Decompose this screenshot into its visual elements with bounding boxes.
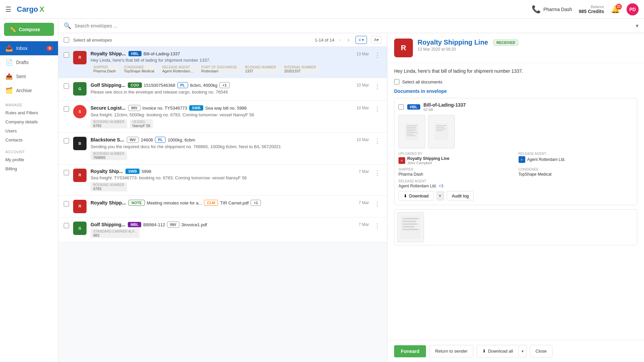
archive-label: Archive: [16, 88, 32, 93]
more-options-button[interactable]: ⋮: [373, 136, 382, 146]
sender-logo: R: [73, 169, 87, 182]
badge-extra: +1: [251, 200, 261, 206]
hamburger-icon[interactable]: ☰: [5, 5, 11, 13]
detail-select-all-label: Select all documents: [402, 79, 442, 84]
sidebar-item-sent[interactable]: 📤 Sent: [0, 69, 58, 83]
email-top: Secure Logist... INV Invoice no. TY53467…: [91, 105, 353, 111]
doc-card-header: HBL Bill-of-Lading-1337 62 kB: [398, 102, 633, 112]
meta-chip: VESSELNansyF 56: [130, 119, 153, 128]
sidebar-item-drafts[interactable]: 📄 Drafts: [0, 55, 58, 69]
sidebar-item-archive[interactable]: 🗂️ Archive: [0, 83, 58, 98]
prev-page-button[interactable]: ‹: [337, 36, 343, 44]
more-options-button[interactable]: ⋮: [373, 104, 382, 114]
download-chevron-button[interactable]: ▾: [436, 191, 444, 200]
download-all-button[interactable]: ⬇ Download all: [477, 345, 519, 357]
sidebar-item-inbox[interactable]: 📥 Inbox 9: [0, 41, 58, 55]
table-row[interactable]: S Secure Logist... INV Invoice no. TY534…: [58, 101, 387, 133]
badge-clm: CLM: [204, 200, 218, 206]
search-expand-icon[interactable]: ▾: [636, 22, 639, 29]
download-icon: ⬇: [404, 193, 407, 198]
table-row[interactable]: R Royalty Shipp... NOTE Meeting minutes …: [58, 196, 387, 218]
compose-button[interactable]: ✏️ Compose: [4, 23, 54, 36]
email-top: Golf Shipping... COO 1515007546368 PL 8c…: [91, 82, 353, 88]
download-row: ⬇ Download ▾ Audit log: [398, 191, 633, 201]
logo-text: Cargo: [17, 5, 38, 14]
sidebar-item-company[interactable]: Company details: [0, 117, 58, 126]
logo-x: X: [40, 5, 45, 14]
table-row[interactable]: G Golf Shipping... MBL BB984-112 INV 3in…: [58, 218, 387, 242]
avatar[interactable]: PD: [627, 3, 639, 15]
sidebar-item-billing[interactable]: Billing: [0, 164, 58, 173]
email-list-header: Select all envelopes 1-14 of 14 ‹ › ≡ ▾ …: [58, 33, 387, 47]
table-row[interactable]: R Royalty Shipp... HBL Bill-of-Lading-13…: [58, 47, 387, 78]
compose-label: Compose: [19, 27, 40, 32]
release-agent-logo: A: [519, 156, 525, 163]
email-meta: STANDARD CARRIER ALP...883: [91, 229, 355, 238]
table-row[interactable]: B Blackstone S... INV 24608 PL 1000kg, 6…: [58, 133, 387, 165]
sender-name: Secure Logist...: [91, 105, 125, 111]
detail-select-all-checkbox[interactable]: [394, 79, 399, 84]
row-checkbox[interactable]: [64, 52, 69, 58]
list-view-button[interactable]: ≡ ▾: [356, 36, 367, 44]
balance-amount: 985 Credits: [579, 9, 604, 14]
phone-icon[interactable]: 📞: [532, 5, 541, 14]
email-date: 7 Mar: [359, 200, 369, 205]
email-meta: SHIPPERPharma Dash CONSIGNEETopShape Med…: [91, 65, 353, 74]
release-agent2-name: Agent Rotterdam Ltd.: [398, 184, 437, 188]
more-options-button[interactable]: ⋮: [373, 221, 382, 231]
doc-badge-hbl: HBL: [407, 104, 420, 110]
next-page-button[interactable]: ›: [345, 36, 351, 44]
balance-block: Balance 985 Credits: [579, 5, 604, 14]
table-row[interactable]: R Royalty Ship... SWB 5998 Sea freight: …: [58, 165, 387, 196]
table-row[interactable]: G Golf Shipping... COO 1515007546368 PL …: [58, 78, 387, 101]
more-options-button[interactable]: ⋮: [373, 199, 382, 209]
svg-rect-4: [407, 130, 415, 131]
download-label: Download: [409, 193, 429, 198]
email-content: Golf Shipping... MBL BB984-112 INV 3invo…: [91, 222, 355, 238]
select-all-checkbox[interactable]: [64, 37, 69, 43]
sender-name: Royalty Shipp...: [91, 200, 126, 205]
select-all-label: Select all envelopes: [73, 38, 311, 43]
doc-card-info: Bill-of-Lading-1337 62 kB: [424, 102, 633, 112]
email-date: 7 Mar: [359, 169, 369, 174]
more-options-button[interactable]: ⋮: [373, 168, 382, 178]
detail-message: Hey Linda, here's that bill of lading fo…: [394, 68, 637, 74]
balance-label: Balance: [579, 5, 604, 9]
forward-button[interactable]: Forward: [394, 345, 426, 357]
download-all-chevron-button[interactable]: ▾: [519, 345, 527, 357]
sidebar-item-rules[interactable]: Rules and Filters: [0, 108, 58, 117]
return-to-sender-button[interactable]: Return to sender: [429, 345, 473, 357]
font-size-button[interactable]: A▾: [371, 36, 382, 44]
sidebar-item-myprofile[interactable]: My profile: [0, 155, 58, 164]
more-options-button[interactable]: ⋮: [373, 50, 382, 60]
row-checkbox[interactable]: [64, 138, 69, 143]
doc-card-checkbox[interactable]: [398, 104, 404, 110]
doc-label: Invoice no. TY5346773: [143, 106, 187, 111]
more-agents-link[interactable]: +3: [439, 184, 443, 188]
sender-name: Royalty Ship...: [91, 169, 123, 174]
pagination: 1-14 of 14 ‹ ›: [315, 36, 351, 44]
detail-sender-info: Royalty Shipping Line RECEIVED 13 Mar 20…: [418, 39, 637, 52]
doc-badges: HBL Bill-of-Lading-1337: [128, 51, 180, 56]
notifications-bell[interactable]: 🔔 21: [611, 5, 620, 14]
row-checkbox[interactable]: [64, 106, 69, 112]
email-preview: Sea freight: 12cbm, 5000kg- booking no. …: [91, 112, 353, 117]
sender-logo: S: [73, 105, 87, 118]
row-checkbox[interactable]: [64, 223, 69, 228]
badge-extra: +1: [219, 82, 230, 88]
svg-rect-5: [407, 132, 417, 133]
download-button[interactable]: ⬇ Download: [398, 191, 434, 201]
audit-log-button[interactable]: Audit log: [447, 191, 474, 201]
sidebar-item-users[interactable]: Users: [0, 126, 58, 135]
row-checkbox[interactable]: [64, 170, 69, 175]
badge-inv: INV: [128, 105, 140, 111]
sidebar-item-contacts[interactable]: Contacts: [0, 135, 58, 144]
search-input[interactable]: [74, 23, 632, 28]
badge-mbl: MBL: [128, 222, 141, 227]
close-button[interactable]: Close: [530, 345, 552, 357]
view-toggle: ≡ ▾: [356, 36, 367, 44]
email-content: Royalty Shipp... NOTE Meeting minutes no…: [91, 200, 355, 207]
row-checkbox[interactable]: [64, 83, 69, 89]
more-options-button[interactable]: ⋮: [373, 81, 382, 92]
row-checkbox[interactable]: [64, 201, 69, 206]
